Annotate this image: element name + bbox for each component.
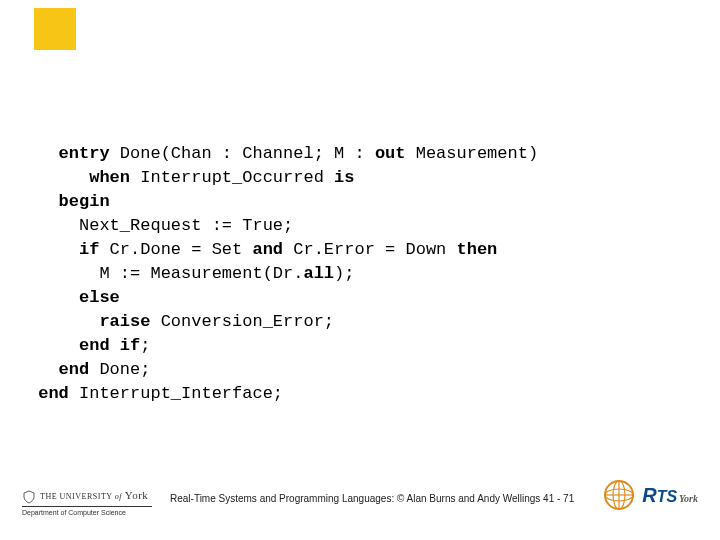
rts-logo: RTSYork: [602, 478, 698, 512]
code-text: Cr.Error = Down: [283, 240, 456, 259]
code-text: Interrupt_Occurred: [130, 168, 334, 187]
code-text: Cr.Done = Set: [99, 240, 252, 259]
slide-caption: Real-Time Systems and Programming Langua…: [170, 493, 574, 504]
code-text: );: [334, 264, 354, 283]
crest-icon: [22, 490, 36, 504]
kw-else: else: [79, 288, 120, 307]
code-text: Measurement): [405, 144, 538, 163]
code-text: Done;: [89, 360, 150, 379]
kw-is: is: [334, 168, 354, 187]
kw-end: end: [59, 360, 90, 379]
kw-begin: begin: [59, 192, 110, 211]
department-name: Department of Computer Science: [22, 509, 152, 516]
uoy-text-of: of: [115, 492, 122, 501]
rts-ts: TS: [657, 488, 677, 505]
code-text: Interrupt_Interface;: [69, 384, 283, 403]
kw-all: all: [303, 264, 334, 283]
footer: THE UNIVERSITY of York Department of Com…: [0, 460, 720, 516]
code-block: entry Done(Chan : Channel; M : out Measu…: [28, 142, 700, 406]
kw-and: and: [252, 240, 283, 259]
uoy-text-pre: THE UNIVERSITY: [40, 492, 115, 501]
globe-icon: [602, 478, 636, 512]
kw-raise: raise: [99, 312, 150, 331]
code-text: ;: [140, 336, 150, 355]
kw-entry: entry: [59, 144, 110, 163]
kw-out: out: [375, 144, 406, 163]
code-text: Done(Chan : Channel; M :: [110, 144, 375, 163]
kw-if: if: [79, 240, 99, 259]
kw-then: then: [457, 240, 498, 259]
rts-r: R: [642, 484, 656, 506]
decorative-square: [34, 8, 76, 50]
kw-end: end: [38, 384, 69, 403]
university-logo: THE UNIVERSITY of York Department of Com…: [22, 489, 152, 516]
uoy-text-york: York: [122, 489, 148, 501]
code-text: Conversion_Error;: [150, 312, 334, 331]
rts-text: RTSYork: [642, 484, 698, 507]
university-name: THE UNIVERSITY of York: [22, 489, 152, 507]
code-text: Next_Request := True;: [79, 216, 293, 235]
code-text: M := Measurement(Dr.: [99, 264, 303, 283]
rts-york: York: [679, 493, 698, 504]
kw-when: when: [89, 168, 130, 187]
kw-endif: end if: [79, 336, 140, 355]
slide: entry Done(Chan : Channel; M : out Measu…: [0, 0, 720, 540]
